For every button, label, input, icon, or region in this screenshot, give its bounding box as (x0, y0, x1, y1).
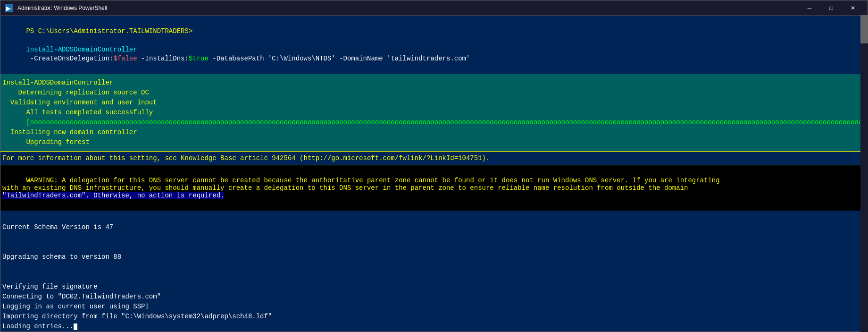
teal-line-5: [ooooooooooooooooooooooooooooooooooooooo… (2, 118, 866, 128)
teal-line-4: All tests completed successfully (2, 108, 866, 118)
teal-line-1: Install-ADDSDomainController (2, 78, 866, 88)
maximize-button[interactable]: □ (820, 0, 842, 16)
warning-section: WARNING: A delegation for this DNS serve… (0, 165, 868, 211)
cursor (74, 323, 77, 330)
output-section: Current Schema Version is 47 Upgrading s… (0, 211, 868, 332)
powershell-window: ▶ Administrator: Windows PowerShell ─ □ … (0, 0, 868, 332)
warning-text: WARNING: A delegation for this DNS serve… (2, 177, 720, 192)
scrollbar[interactable] (860, 15, 868, 332)
info-line: For more information about this setting,… (0, 151, 868, 165)
output-line-6 (2, 262, 866, 272)
warning-highlighted: "TailwindTraders.com". Otherwise, no act… (2, 192, 224, 199)
output-line-10: Logging in as current user using SSPI (2, 302, 866, 312)
command-name: Install-ADDSDomainController (26, 46, 137, 53)
output-line-12: Loading entries... (2, 322, 866, 332)
output-line-1 (2, 213, 866, 222)
progress-section: Install-ADDSDomainController Determining… (0, 74, 868, 151)
output-line-9: Connecting to "DC02.TailwindTraders.com" (2, 292, 866, 302)
teal-line-7: Upgrading forest (2, 137, 866, 147)
close-button[interactable]: ✕ (842, 0, 864, 16)
output-line-7 (2, 272, 866, 282)
output-line-2: Current Schema Version is 47 (2, 222, 866, 232)
output-line-5: Upgrading schema to version 88 (2, 252, 866, 262)
prompt-path: PS C:\Users\Administrator.TAILWINDTRADER… (26, 27, 192, 35)
prompt-line[interactable]: PS C:\Users\Administrator.TAILWINDTRADER… (0, 16, 868, 74)
output-line-8: Verifying file signature (2, 282, 866, 292)
terminal-body: PS C:\Users\Administrator.TAILWINDTRADER… (0, 16, 868, 332)
prompt-arrow (26, 36, 30, 44)
teal-line-2: Determining replication source DC (2, 88, 866, 98)
title-bar: ▶ Administrator: Windows PowerShell ─ □ … (0, 0, 868, 16)
output-line-3 (2, 232, 866, 242)
window-title: Administrator: Windows PowerShell (17, 5, 799, 11)
teal-line-3: Validating environment and user input (2, 98, 866, 108)
powershell-icon: ▶ (4, 3, 14, 13)
scrollbar-thumb[interactable] (860, 15, 868, 43)
output-line-4 (2, 242, 866, 252)
teal-line-6: Installing new domain controller (2, 128, 866, 137)
window-controls: ─ □ ✕ (799, 0, 864, 16)
minimize-button[interactable]: ─ (799, 0, 820, 16)
command-params: -CreateDnsDelegation:$false -InstallDns:… (26, 55, 470, 62)
output-line-11: Importing directory from file "C:\Window… (2, 312, 866, 322)
svg-text:▶: ▶ (6, 5, 11, 12)
